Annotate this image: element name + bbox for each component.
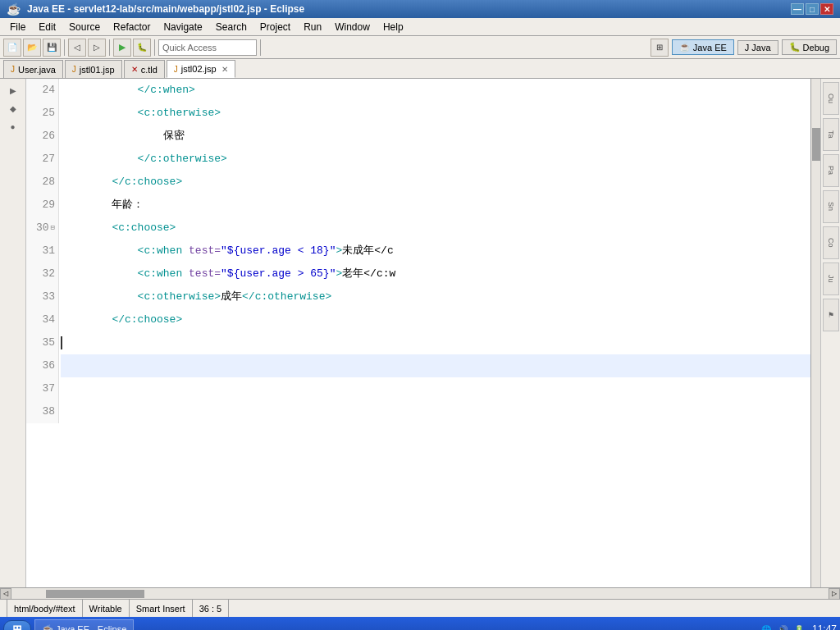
- menu-navigate[interactable]: Navigate: [157, 20, 208, 34]
- menu-refactor[interactable]: Refactor: [107, 20, 157, 34]
- clock: 11:47: [812, 623, 837, 630]
- menu-search[interactable]: Search: [209, 20, 253, 34]
- status-path: html/body/#text: [7, 600, 83, 617]
- scroll-track-h[interactable]: [13, 590, 827, 598]
- javaee-icon: ☕: [679, 42, 691, 52]
- code-lines: </c:when> <c:otherwise> 保密 </c:otherwise…: [61, 79, 810, 423]
- code-line-38: [61, 400, 810, 423]
- toolbar-sep-4: [260, 39, 261, 56]
- tab-ctld[interactable]: ✕ c.tld: [124, 60, 165, 78]
- menu-source[interactable]: Source: [62, 20, 107, 34]
- window-title: Java EE - servlet12-lab/src/main/webapp/…: [27, 3, 304, 15]
- toolbar-sep-3: [154, 39, 155, 56]
- taskbar: ⊞ ☕ Java EE - Eclipse 🌐 🔊 🔋 11:47: [0, 617, 840, 630]
- code-line-28: </c:choose>: [61, 171, 810, 194]
- taskbar-eclipse[interactable]: ☕ Java EE - Eclipse: [34, 619, 134, 630]
- right-panel-palette[interactable]: Pa: [823, 154, 839, 187]
- gutter-breakpoint-icon[interactable]: ●: [5, 118, 21, 135]
- right-panel-ju[interactable]: Ju: [823, 262, 839, 295]
- code-line-33: <c:otherwise>成年</c:otherwise>: [61, 285, 810, 308]
- perspective-java[interactable]: J Java: [737, 40, 778, 55]
- status-bar: html/body/#text Writable Smart Insert 36…: [0, 599, 840, 617]
- tab-icon-user-java: J: [11, 65, 15, 74]
- tab-label-user-java: User.java: [18, 65, 56, 75]
- toolbar-sep-2: [109, 39, 110, 56]
- left-gutter: ▶ ◆ ●: [0, 79, 26, 587]
- code-editor[interactable]: 24 25 26 27 28 29 30⊟ 31 32 33 34 35 36 …: [26, 79, 810, 587]
- tab-jstl01[interactable]: J jstl01.jsp: [65, 60, 122, 78]
- quick-access-label: Quick Access: [162, 43, 217, 52]
- gutter-bookmark-icon[interactable]: ◆: [5, 100, 21, 116]
- tab-label-ctld: c.tld: [141, 65, 158, 75]
- toolbar-perspectives[interactable]: ⊞: [651, 39, 669, 57]
- right-panel-snap[interactable]: Sn: [823, 190, 839, 223]
- maximize-button[interactable]: □: [806, 3, 819, 15]
- tab-jstl02[interactable]: J jstl02.jsp ✕: [167, 60, 235, 78]
- toolbar-back[interactable]: ◁: [68, 39, 86, 57]
- toolbar-save[interactable]: 💾: [43, 39, 61, 57]
- gutter-arrow-icon: ▶: [5, 82, 21, 98]
- toolbar-new[interactable]: 📄: [3, 39, 21, 57]
- code-line-24: </c:when>: [61, 79, 810, 102]
- windows-logo: ⊞: [12, 623, 22, 630]
- code-line-29: 年龄：: [61, 194, 810, 217]
- close-button[interactable]: ✕: [820, 3, 833, 15]
- menu-edit[interactable]: Edit: [32, 20, 62, 34]
- toolbar-sep-1: [64, 39, 65, 56]
- right-panel: Ou Ta Pa Sn Co Ju ⚑: [820, 79, 840, 587]
- toolbar-run[interactable]: ▶: [113, 39, 131, 57]
- code-line-35: [61, 331, 810, 354]
- right-panel-tasks[interactable]: Ta: [823, 118, 839, 151]
- code-line-26: 保密: [61, 125, 810, 148]
- perspective-javaee[interactable]: ☕ Java EE: [672, 39, 734, 55]
- tab-user-java[interactable]: J User.java: [3, 60, 63, 78]
- code-line-27: </c:otherwise>: [61, 148, 810, 171]
- code-line-25: <c:otherwise>: [61, 102, 810, 125]
- volume-icon: 🔊: [776, 623, 789, 630]
- main-layout: ▶ ◆ ● 24 25 26 27 28 29 30⊟ 31 32 33 34 …: [0, 79, 840, 587]
- scroll-right-button[interactable]: ▷: [829, 588, 840, 600]
- taskbar-right: 🌐 🔊 🔋 11:47: [760, 623, 837, 630]
- menu-help[interactable]: Help: [377, 20, 410, 34]
- tab-icon-ctld: ✕: [131, 65, 138, 74]
- java-icon: J: [745, 43, 750, 52]
- battery-icon: 🔋: [792, 623, 806, 630]
- title-bar: ☕ Java EE - servlet12-lab/src/main/webap…: [0, 0, 840, 18]
- scroll-left-button[interactable]: ◁: [0, 588, 11, 600]
- toolbar-open[interactable]: 📂: [23, 39, 41, 57]
- right-panel-extra[interactable]: ⚑: [823, 299, 839, 331]
- menu-run[interactable]: Run: [297, 20, 328, 34]
- horizontal-scrollbar[interactable]: ◁ ▷: [0, 587, 840, 599]
- line-numbers: 24 25 26 27 28 29 30⊟ 31 32 33 34 35 36 …: [26, 79, 59, 423]
- code-line-31: <c:when test="${user.age < 18}">未成年</c: [61, 240, 810, 262]
- h-scrollbar-thumb[interactable]: [46, 590, 144, 598]
- scrollbar-thumb[interactable]: [812, 128, 820, 161]
- status-insert: Smart Insert: [130, 600, 193, 617]
- status-position: 36 : 5: [193, 600, 230, 617]
- right-panel-conn[interactable]: Co: [823, 226, 839, 259]
- menu-file[interactable]: File: [3, 20, 32, 34]
- right-panel-outline[interactable]: Ou: [823, 82, 839, 115]
- code-line-30: <c:choose>: [61, 217, 810, 240]
- code-line-34: </c:choose>: [61, 308, 810, 331]
- code-line-37: [61, 377, 810, 400]
- quick-access-input[interactable]: Quick Access: [158, 39, 257, 56]
- toolbar-forward[interactable]: ▷: [88, 39, 106, 57]
- tab-label-jstl02: jstl02.jsp: [181, 64, 217, 74]
- code-line-32: <c:when test="${user.age > 65}">老年</c:w: [61, 262, 810, 285]
- debug-icon: 🐛: [789, 42, 801, 52]
- tab-icon-jstl02: J: [174, 65, 178, 74]
- toolbar-debug[interactable]: 🐛: [133, 39, 151, 57]
- minimize-button[interactable]: —: [791, 3, 804, 15]
- vertical-scrollbar[interactable]: [810, 79, 820, 587]
- menu-window[interactable]: Window: [328, 20, 377, 34]
- menu-project[interactable]: Project: [253, 20, 297, 34]
- start-button[interactable]: ⊞: [3, 620, 31, 630]
- code-line-36: [61, 354, 810, 377]
- perspective-debug[interactable]: 🐛 Debug: [782, 39, 837, 55]
- status-mode: Writable: [83, 600, 130, 617]
- tab-bar: J User.java J jstl01.jsp ✕ c.tld J jstl0…: [0, 59, 840, 79]
- tab-close-jstl02[interactable]: ✕: [221, 65, 228, 74]
- network-icon: 🌐: [760, 623, 773, 630]
- menu-bar: File Edit Source Refactor Navigate Searc…: [0, 18, 840, 36]
